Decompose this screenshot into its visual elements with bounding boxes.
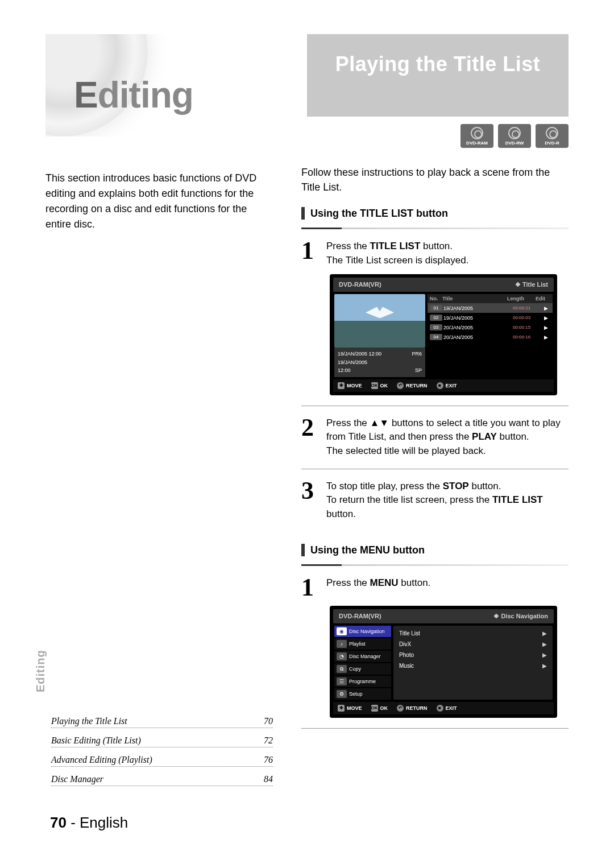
menu-side-item: ⧉Copy (334, 663, 391, 675)
disc-icon: DVD-RAM (460, 124, 493, 148)
cell-edit: ▶ (541, 325, 550, 330)
step-text: To stop title play, press the (326, 481, 443, 491)
bird-icon (366, 307, 394, 318)
step-body: To stop title play, press the STOP butto… (326, 480, 569, 522)
cell-no: 03 (430, 324, 442, 330)
osd-header-right: Title List (515, 281, 548, 288)
menu-label: Title List (399, 630, 420, 636)
topic-heading: Playing the Title List (307, 34, 569, 76)
step-body: Press the TITLE LIST button. The Title L… (326, 239, 569, 267)
nav-key-icon: ✥ (338, 705, 345, 712)
cell-edit: ▶ (541, 315, 550, 321)
step-2: 2 Press the ▲▼ buttons to select a title… (301, 416, 569, 458)
preview-meta: 19/JAN/2005 12:00PR6 19/JAN/2005 12:00SP (334, 348, 425, 377)
osd-footer: ✥MOVE OKOK ↶RETURN ■EXIT (333, 379, 554, 392)
col-title: Title (442, 296, 507, 301)
step-number: 3 (301, 480, 318, 522)
toc-item: Advanced Editing (Playlist)76 (51, 752, 273, 767)
disc-label: DVD-RW (505, 140, 524, 146)
cell-length: 00:00:16 (513, 334, 541, 340)
meta-text: SP (415, 366, 422, 374)
menu-side-item: ◉Disc Navigation (334, 626, 391, 637)
footer-label: MOVE (347, 383, 362, 388)
supported-discs: DVD-RAM DVD-RW DVD-R (460, 124, 569, 148)
setup-icon: ⚙ (337, 690, 347, 698)
step-bold: STOP (443, 481, 469, 491)
osd-preview: 19/JAN/2005 12:00PR6 19/JAN/2005 12:00SP (334, 294, 425, 377)
footer-label: MOVE (347, 705, 362, 711)
disc-ring-icon (508, 127, 521, 139)
disc-label: DVD-R (545, 140, 559, 146)
chapter-banner: Editing (45, 34, 273, 137)
step-body: Press the ▲▼ buttons to select a title y… (326, 416, 569, 458)
footer-label: EXIT (446, 705, 457, 711)
step-text: button. (326, 509, 356, 519)
return-key-icon: ↶ (397, 705, 404, 712)
playlist-icon: ♪ (337, 640, 347, 648)
osd-header-right: Disc Navigation (493, 613, 548, 620)
copy-icon: ⧉ (337, 665, 347, 673)
menu-side-item: ☰Programme (334, 676, 391, 687)
menu-label: Disc Navigation (349, 629, 385, 634)
preview-thumbnail (334, 294, 425, 348)
return-key-icon: ↶ (397, 382, 404, 389)
osd-footer: ✥MOVE OKOK ↶RETURN ■EXIT (333, 702, 554, 714)
step-number: 1 (301, 576, 318, 599)
menu-label: Music (399, 663, 414, 669)
divider (301, 228, 569, 229)
exit-key-icon: ■ (437, 705, 443, 712)
step-text: Press the (326, 577, 370, 588)
table-row: 0320/JAN/200500:00:15▶ (428, 323, 553, 332)
toc-page: 76 (262, 755, 273, 765)
menu-main-item: Music▶ (396, 660, 550, 671)
chevron-right-icon: ▶ (542, 630, 547, 636)
step-text: The selected title will be played back. (326, 445, 486, 456)
chapter-title-initial: E (74, 75, 98, 115)
step-text: button. (399, 577, 431, 588)
nav-key-icon: ✥ (338, 382, 345, 389)
cell-length: 00:00:21 (513, 305, 541, 311)
osd-disc-navigation: DVD-RAM(VR) Disc Navigation ◉Disc Naviga… (330, 606, 557, 718)
disc-icon: DVD-RW (498, 124, 531, 148)
step-b1: 1 Press the MENU button. (301, 576, 569, 599)
step-bold: TITLE LIST (492, 494, 543, 505)
footer-label: RETURN (406, 383, 428, 388)
exit-key-icon: ■ (437, 382, 443, 389)
disc-ring-icon (546, 127, 558, 139)
footer-label: OK (380, 383, 388, 388)
topic-intro: Follow these instructions to play back a… (301, 165, 569, 195)
toc-item: Disc Manager84 (51, 771, 273, 786)
programme-icon: ☰ (337, 677, 347, 685)
divider (301, 469, 569, 469)
step-text: Press the (326, 241, 370, 251)
sub-heading-title-list: Using the TITLE LIST button (301, 207, 569, 220)
page-language: English (80, 814, 128, 831)
toc-label: Disc Manager (51, 774, 106, 784)
cell-no: 01 (430, 305, 442, 311)
chevron-right-icon: ▶ (542, 652, 547, 658)
toc-page: 70 (262, 716, 273, 726)
step-1: 1 Press the TITLE LIST button. The Title… (301, 239, 569, 267)
meta-text: PR6 (412, 350, 422, 358)
sub-heading-label: Using the TITLE LIST button (310, 208, 448, 220)
toc-label: Playing the Title List (51, 716, 130, 726)
step-text: The Title List screen is displayed. (326, 255, 468, 266)
menu-side-item: ♪Playlist (334, 638, 391, 650)
menu-label: Copy (349, 666, 361, 672)
step-bold: PLAY (472, 431, 497, 442)
menu-main-item: Photo▶ (396, 650, 550, 660)
cell-no: 02 (430, 315, 442, 321)
disc-label: DVD-RAM (466, 140, 488, 146)
chapter-intro: This section introduces basic functions … (45, 171, 273, 232)
ok-key-icon: OK (371, 382, 378, 389)
meta-text: 19/JAN/2005 12:00 (338, 350, 381, 358)
divider (301, 564, 569, 566)
disc-icon: DVD-R (536, 124, 569, 148)
menu-label: Setup (349, 691, 363, 697)
sub-heading-menu: Using the MENU button (301, 544, 569, 556)
table-row: 0420/JAN/200500:00:16▶ (428, 332, 553, 342)
cell-no: 04 (430, 334, 442, 340)
menu-side-item: ⚙Setup (334, 688, 391, 700)
disc-manager-icon: ◔ (337, 652, 347, 660)
section-tab: Editing (34, 650, 47, 692)
